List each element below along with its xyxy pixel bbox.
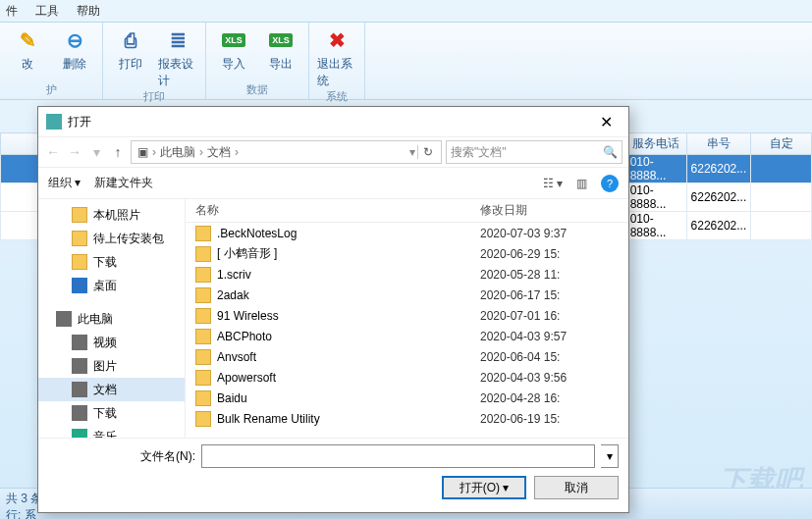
forward-button[interactable]: → xyxy=(66,144,83,160)
print-icon: ⎙ xyxy=(117,26,144,54)
tree-label: 本机照片 xyxy=(93,207,140,224)
column-header[interactable]: 自定 xyxy=(751,133,812,155)
file-list: 名称 修改日期 .BeckNotesLog2020-07-03 9:37[ 小鹤… xyxy=(186,199,628,438)
tree-label: 图片 xyxy=(93,358,117,375)
tree-node[interactable]: 文档 xyxy=(38,378,185,401)
column-header[interactable]: 服务电话 xyxy=(625,133,686,155)
chevron-right-icon: › xyxy=(152,145,156,159)
ribbon-print-button[interactable]: ⎙打印 xyxy=(111,26,150,89)
ribbon-edit-button[interactable]: ✎改 xyxy=(8,26,47,73)
file-row[interactable]: [ 小鹤音形 ]2020-06-29 15: xyxy=(186,243,628,264)
filename-input[interactable] xyxy=(201,444,595,468)
menu-item[interactable]: 帮助 xyxy=(77,3,100,19)
folder-icon xyxy=(72,254,87,270)
folder-icon xyxy=(72,429,87,438)
file-row[interactable]: 91 Wireless2020-07-01 16: xyxy=(186,305,628,326)
cell-serial: 6226202... xyxy=(686,155,751,183)
file-name: ABCPhoto xyxy=(217,330,480,343)
column-header[interactable]: 串号 xyxy=(686,133,751,155)
file-date: 2020-04-03 9:57 xyxy=(480,330,628,343)
tree-node[interactable]: 下载 xyxy=(38,401,185,425)
menu-item[interactable]: 件 xyxy=(6,3,18,19)
tree-label: 待上传安装包 xyxy=(93,231,164,247)
recent-dropdown[interactable]: ▾ xyxy=(87,144,105,160)
file-row[interactable]: 2adak2020-06-17 15: xyxy=(186,285,628,305)
file-name: Baidu xyxy=(217,391,480,405)
tree-node[interactable]: 音乐 xyxy=(38,425,185,438)
file-row[interactable]: ABCPhoto2020-04-03 9:57 xyxy=(186,326,628,346)
file-row[interactable]: Bulk Rename Utility2020-06-19 15: xyxy=(186,408,628,429)
ribbon-label: 导出 xyxy=(269,56,293,73)
file-date: 2020-04-28 16: xyxy=(480,391,628,405)
tree-node[interactable]: 此电脑 xyxy=(38,307,185,331)
file-row[interactable]: .BeckNotesLog2020-07-03 9:37 xyxy=(186,223,628,243)
folder-icon xyxy=(72,335,87,350)
tree-node[interactable]: 待上传安装包 xyxy=(38,227,185,250)
close-button[interactable]: ✕ xyxy=(591,113,621,131)
tree-label: 此电脑 xyxy=(78,311,113,328)
folder-icon xyxy=(72,231,87,246)
ribbon-delete-button[interactable]: ⊖删除 xyxy=(55,26,94,73)
up-button[interactable]: ↑ xyxy=(109,144,127,160)
back-button[interactable]: ← xyxy=(44,144,62,160)
organize-button[interactable]: 组织 ▾ xyxy=(48,175,81,191)
folder-icon xyxy=(195,308,211,324)
menu-item[interactable]: 工具 xyxy=(35,3,59,19)
file-row[interactable]: Anvsoft2020-06-04 15: xyxy=(186,346,628,367)
folder-icon xyxy=(195,246,211,262)
edit-icon: ✎ xyxy=(14,26,41,54)
file-list-rows[interactable]: .BeckNotesLog2020-07-03 9:37[ 小鹤音形 ]2020… xyxy=(186,223,628,438)
folder-icon xyxy=(195,349,211,365)
file-row[interactable]: Baidu2020-04-28 16: xyxy=(186,388,628,408)
tree-node[interactable]: 视频 xyxy=(38,331,185,354)
help-button[interactable]: ? xyxy=(601,175,619,192)
tree-label: 视频 xyxy=(93,335,117,351)
delete-icon: ⊖ xyxy=(61,26,88,54)
refresh-button[interactable]: ↻ xyxy=(417,145,437,159)
file-name: Bulk Rename Utility xyxy=(217,412,480,426)
column-date[interactable]: 修改日期 xyxy=(480,202,628,219)
tree-node[interactable]: 本机照片 xyxy=(38,203,185,227)
tree-label: 下载 xyxy=(93,405,117,422)
ribbon-reportdesign-button[interactable]: ≣报表设计 xyxy=(158,26,197,89)
filename-dropdown[interactable]: ▾ xyxy=(601,444,619,468)
ribbon-exit-button[interactable]: ✖退出系统 xyxy=(317,26,356,89)
ribbon-import-button[interactable]: XLS导入 xyxy=(214,26,253,73)
breadcrumb-seg[interactable]: 此电脑 xyxy=(158,144,197,161)
breadcrumb[interactable]: ▣ › 此电脑 › 文档 › ▾ ↻ xyxy=(131,140,442,164)
chevron-right-icon: › xyxy=(235,145,239,159)
ribbon-label: 导入 xyxy=(222,56,245,73)
menu-bar: 件 工具 帮助 xyxy=(0,0,812,22)
dialog-icon xyxy=(46,114,62,130)
file-date: 2020-06-19 15: xyxy=(480,412,628,426)
tree-node[interactable]: 桌面 xyxy=(38,274,185,297)
breadcrumb-root-icon[interactable]: ▣ xyxy=(135,145,150,159)
open-button[interactable]: 打开(O) ▾ xyxy=(442,476,526,499)
file-name: Apowersoft xyxy=(217,371,480,385)
folder-tree[interactable]: 本机照片待上传安装包下载桌面此电脑视频图片文档下载音乐 xyxy=(38,199,186,438)
new-folder-button[interactable]: 新建文件夹 xyxy=(94,175,153,191)
breadcrumb-seg[interactable]: 文档 xyxy=(205,144,233,161)
folder-icon xyxy=(72,358,87,374)
breadcrumb-dropdown[interactable]: ▾ xyxy=(409,145,415,159)
tree-node[interactable]: 下载 xyxy=(38,250,185,274)
tree-node[interactable]: 图片 xyxy=(38,354,185,378)
file-row[interactable]: 1.scriv2020-05-28 11: xyxy=(186,264,628,285)
ribbon-export-button[interactable]: XLS导出 xyxy=(261,26,300,73)
dialog-title: 打开 xyxy=(68,114,91,130)
cancel-button[interactable]: 取消 xyxy=(534,476,619,499)
file-name: 91 Wireless xyxy=(217,309,480,323)
file-name: [ 小鹤音形 ] xyxy=(217,245,480,262)
ribbon-group-label: 数据 xyxy=(214,82,300,99)
tree-label: 下载 xyxy=(93,254,117,271)
preview-pane-button[interactable]: ▥ xyxy=(576,177,587,190)
view-mode-button[interactable]: ☷ ▾ xyxy=(543,177,563,190)
file-date: 2020-06-17 15: xyxy=(480,288,628,302)
folder-icon xyxy=(195,267,211,283)
file-list-header: 名称 修改日期 xyxy=(186,199,628,223)
column-name[interactable]: 名称 xyxy=(186,202,480,219)
search-input[interactable]: 搜索"文档" 🔍 xyxy=(446,140,623,164)
file-name: 2adak xyxy=(217,288,480,302)
open-file-dialog: 打开 ✕ ← → ▾ ↑ ▣ › 此电脑 › 文档 › ▾ ↻ 搜索"文档" 🔍… xyxy=(37,106,629,513)
file-row[interactable]: Apowersoft2020-04-03 9:56 xyxy=(186,367,628,388)
